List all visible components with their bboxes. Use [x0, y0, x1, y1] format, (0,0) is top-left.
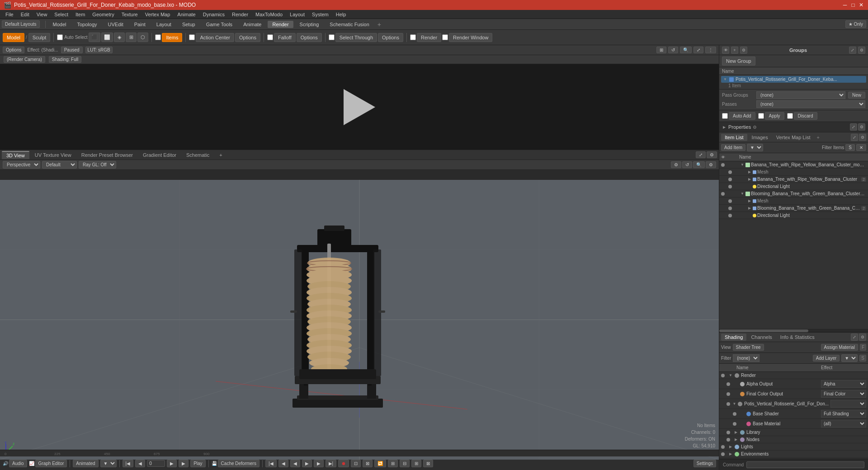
- audio-button[interactable]: Audio: [9, 460, 27, 467]
- groups-settings-icon[interactable]: ⚙: [858, 47, 865, 54]
- model-button[interactable]: Model: [3, 33, 24, 42]
- menu-edit[interactable]: Edit: [17, 11, 33, 18]
- apply-button[interactable]: Apply: [765, 112, 784, 120]
- menu-vertex-map[interactable]: Vertex Map: [142, 11, 174, 18]
- select-through-options-button[interactable]: Options: [378, 33, 403, 42]
- mode-tab-game-tools[interactable]: Game Tools: [202, 21, 237, 28]
- groups-icon-3[interactable]: ⚙: [740, 47, 747, 54]
- item-expand-3[interactable]: ▶: [747, 177, 752, 181]
- graph-editor-button[interactable]: Graph Editor: [35, 460, 67, 467]
- add-item-select[interactable]: ▼: [747, 144, 763, 151]
- shader-expand-icon[interactable]: ⤢: [851, 334, 858, 341]
- minimize-button[interactable]: ─: [842, 2, 848, 8]
- item-eye-r8[interactable]: [728, 214, 734, 217]
- item-eye-r3[interactable]: [728, 178, 734, 181]
- auto-add-checkbox[interactable]: [722, 113, 728, 119]
- item-row-3[interactable]: ▶ Banana_Tree_with_Ripe_Yellow_Banana_Cl…: [719, 176, 868, 183]
- falloff-options-button[interactable]: Options: [297, 33, 322, 42]
- transport-3[interactable]: ◀: [290, 460, 300, 467]
- vp-zoom-icon[interactable]: 🔍: [693, 161, 705, 168]
- item-eye-1[interactable]: [721, 163, 726, 167]
- shader-effect-alpha-select[interactable]: Alpha: [821, 380, 866, 388]
- menu-render[interactable]: Render: [228, 11, 252, 18]
- shader-row-envs[interactable]: ▶ Environments: [719, 451, 868, 458]
- menu-animate[interactable]: Animate: [174, 11, 199, 18]
- items-button[interactable]: Items: [162, 33, 182, 42]
- render-window-checkbox[interactable]: [442, 34, 448, 40]
- rp-camera-button[interactable]: (Render Camera): [4, 56, 45, 63]
- menu-help[interactable]: Help: [332, 11, 350, 18]
- play-button[interactable]: ▶: [167, 460, 177, 467]
- menu-system[interactable]: System: [308, 11, 332, 18]
- shader-eye-envs[interactable]: [721, 452, 726, 456]
- vp-rotate-icon[interactable]: ↺: [682, 161, 692, 168]
- window-controls[interactable]: ─ □ ✕: [842, 2, 864, 8]
- viewport-shader-select[interactable]: Default Solid Wireframe: [42, 161, 77, 169]
- mode-tab-layout[interactable]: Layout: [152, 21, 176, 28]
- menu-item[interactable]: Item: [72, 11, 89, 18]
- shader-row-library[interactable]: ▶ Library: [719, 429, 868, 436]
- mode-tab-topology[interactable]: Topology: [72, 21, 101, 28]
- groups-expand-icon[interactable]: ⤢: [849, 47, 856, 54]
- rp-icon-grid[interactable]: ⊞: [656, 47, 666, 53]
- maximize-button[interactable]: □: [850, 2, 856, 8]
- item-row-5[interactable]: ▼ Blooming_Banana_Tree_with_Green_Banana…: [719, 190, 868, 197]
- menu-file[interactable]: File: [2, 11, 17, 18]
- vp-tab-3d-view[interactable]: 3D View: [2, 151, 29, 159]
- transport-11[interactable]: ⊟: [400, 460, 410, 467]
- mode-tab-schematic-fusion[interactable]: Schematic Fusion: [325, 21, 373, 28]
- icon-btn-4[interactable]: ⊞: [126, 33, 137, 42]
- properties-expand[interactable]: ▶: [722, 125, 726, 129]
- shader-effect-base-mat-select[interactable]: (all): [821, 420, 866, 428]
- icon-btn-5[interactable]: ⬡: [137, 33, 148, 42]
- pass-groups-new-button[interactable]: New: [848, 92, 865, 99]
- transport-2[interactable]: ◀: [278, 460, 288, 467]
- passes-select[interactable]: (none): [756, 100, 865, 108]
- frame-input[interactable]: [147, 460, 165, 467]
- cache-deformers-button[interactable]: Cache Deformers: [218, 460, 259, 467]
- sculpt-button[interactable]: Sculpt: [28, 33, 51, 42]
- transport-1[interactable]: |◀: [265, 460, 277, 467]
- shader-row-base-mat[interactable]: Base Material (all): [719, 419, 868, 429]
- shader-row-alpha[interactable]: Alpha Output Alpha: [719, 379, 868, 389]
- item-list-settings-icon[interactable]: ⚙: [859, 134, 866, 141]
- shader-tab-shading[interactable]: Shading: [721, 334, 746, 341]
- item-eye-r2[interactable]: [728, 170, 734, 174]
- animated-button[interactable]: Animated: [73, 460, 98, 467]
- item-eye-r6[interactable]: [728, 199, 734, 203]
- viewport-3d-content[interactable]: No Items Channels: 0 Deformers: ON GL: 5…: [0, 180, 719, 460]
- item-expand-6[interactable]: ▶: [747, 199, 752, 203]
- transport-4[interactable]: ▶: [302, 460, 312, 467]
- vp-settings-icon[interactable]: ⚙: [671, 161, 681, 168]
- menu-texture[interactable]: Texture: [118, 11, 142, 18]
- shader-row-base-shader[interactable]: Base Shader Full Shading: [719, 409, 868, 419]
- action-options-button[interactable]: Options: [235, 33, 260, 42]
- auto-select-checkbox[interactable]: [57, 34, 63, 40]
- rp-options-button[interactable]: Options: [3, 47, 24, 53]
- vp-icon-expand[interactable]: ⤢: [696, 151, 706, 158]
- transport-8[interactable]: ⊠: [363, 460, 373, 467]
- mode-tab-animate[interactable]: Animate: [239, 21, 266, 28]
- shader-eye-render[interactable]: [721, 374, 726, 377]
- shader-eye-color[interactable]: [726, 392, 732, 396]
- filter-clear-button[interactable]: ✕: [856, 144, 866, 151]
- shader-expand-envs[interactable]: ▶: [728, 452, 733, 456]
- groups-item-1[interactable]: ▼ Potis_Vertical_Rotisserie_Grill_For_Do…: [721, 76, 866, 83]
- shader-row-render[interactable]: ▼ Render: [719, 372, 868, 379]
- tab-item-list[interactable]: Item List: [721, 134, 747, 141]
- action-center-button[interactable]: Action Center: [196, 33, 234, 42]
- add-layer-shortcut[interactable]: S: [859, 355, 866, 362]
- menu-maxtomodo[interactable]: MaxToModo: [252, 11, 286, 18]
- item-row-8[interactable]: Directional Light: [719, 212, 868, 219]
- vp-more-icon[interactable]: ⚙: [706, 161, 716, 168]
- select-through-button[interactable]: Select Through: [335, 33, 377, 42]
- shader-tab-info[interactable]: Info & Statistics: [777, 334, 818, 341]
- menu-geometry[interactable]: Geometry: [89, 11, 118, 18]
- shader-tree-button[interactable]: Shader Tree: [733, 344, 764, 351]
- vp-tab-render-preset[interactable]: Render Preset Browser: [77, 151, 137, 159]
- shader-eye-potis[interactable]: [726, 402, 731, 406]
- shader-eye-base-shader[interactable]: [733, 412, 738, 416]
- auto-add-button[interactable]: Auto Add: [729, 112, 755, 120]
- add-mode-tab[interactable]: +: [377, 21, 381, 28]
- icon-btn-1[interactable]: ⬛: [89, 33, 100, 42]
